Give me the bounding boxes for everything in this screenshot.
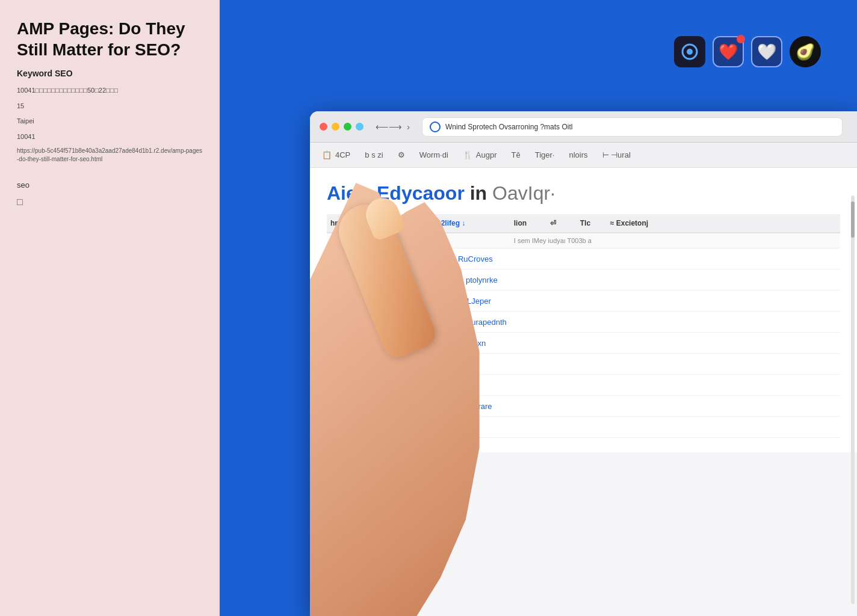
cell-num: 8F 00k· bbox=[327, 417, 393, 438]
cell-extra bbox=[546, 291, 577, 312]
heart2-app-icon[interactable]: 🤍 bbox=[751, 36, 782, 67]
cell-extra bbox=[546, 312, 577, 333]
nav-tab-bszi[interactable]: b s zi bbox=[365, 150, 383, 159]
cell-action bbox=[510, 417, 546, 438]
table-row[interactable]: 82 00k·BuryEhalfowigrosxn bbox=[327, 333, 840, 354]
avocado-app-icon[interactable]: 🥑 bbox=[790, 36, 821, 67]
cell-num: 82 00k· bbox=[327, 333, 393, 354]
back-forward-icon[interactable]: ⟵⟶ bbox=[376, 122, 402, 132]
cell-name: Dalywo bbox=[429, 354, 510, 375]
cell-name: ΔvkeD RuCroves bbox=[429, 248, 510, 270]
tab-icon: 📋 bbox=[322, 150, 332, 159]
cell-name: Eowerave bbox=[429, 375, 510, 396]
data-table: hnvalih ls|lb ~12lifeg ↓ lion ⏎ Tlc ≈ Ex… bbox=[327, 214, 840, 438]
cell-extra bbox=[546, 417, 577, 438]
page-title-area: Aiev. Edycaoor in OavIqr· bbox=[327, 182, 840, 205]
browser-app-icon[interactable] bbox=[674, 36, 705, 67]
cell-name: Clgnei-lo ptolynrke bbox=[429, 270, 510, 291]
cell-name bbox=[429, 417, 510, 438]
table-row[interactable]: 13 00k→ByrgClgnei-lo ptolynrke bbox=[327, 270, 840, 291]
table-row[interactable]: 8F 00k· bbox=[327, 417, 840, 438]
cell-action bbox=[510, 396, 546, 417]
cell-name: Cllarsinal LJeper bbox=[429, 291, 510, 312]
meta-line2: 15 bbox=[17, 101, 203, 112]
cell-action bbox=[510, 354, 546, 375]
cell-action bbox=[510, 312, 546, 333]
table-row[interactable]: S0 00k·NillyOhrepemsTurare bbox=[327, 396, 840, 417]
address-bar[interactable]: Wnind Sprotech Ovsarroning ?mats Oitl bbox=[422, 117, 843, 137]
cell-flag: Bury bbox=[393, 333, 429, 354]
cell-flag bbox=[393, 417, 429, 438]
cell-num: 17 00k· bbox=[327, 354, 393, 375]
close-button[interactable] bbox=[320, 123, 327, 131]
scrollbar[interactable] bbox=[851, 196, 855, 604]
cell-extra bbox=[546, 354, 577, 375]
address-text: Wnind Sprotech Ovsarroning ?mats Oitl bbox=[445, 123, 572, 131]
cell-flag: Egry bbox=[393, 291, 429, 312]
maximize-button[interactable] bbox=[344, 123, 351, 131]
fork-icon: 🍴 bbox=[463, 150, 472, 159]
table-row[interactable]: 17 00k·RylgDalywo bbox=[327, 354, 840, 375]
cell-name: OhrepemsTurare bbox=[429, 396, 510, 417]
right-panel: ❤️ 🤍 🥑 ⟵⟶ › Wnind Sprotech Ov bbox=[220, 0, 857, 616]
gear-icon: ⚙ bbox=[398, 150, 405, 159]
seo-label: seo bbox=[17, 180, 203, 189]
cell-num: 68 00k· bbox=[327, 248, 393, 270]
cell-extra bbox=[546, 396, 577, 417]
cell-num: 13 00k→ bbox=[327, 270, 393, 291]
cell-action bbox=[510, 270, 546, 291]
sub-roro: Roro bbox=[429, 233, 510, 248]
browser-nav-tabs: 📋 4CP b s zi ⚙ Worm·di 🍴 Augpr Tē Tiger· bbox=[310, 143, 857, 168]
extra-button[interactable] bbox=[356, 123, 364, 131]
nav-tab-ural[interactable]: ⊢ ⊣ural bbox=[602, 150, 631, 159]
th-excietoni: ≈ Excietonj bbox=[607, 214, 840, 233]
cell-flag: Bory bbox=[393, 375, 429, 396]
cell-extra bbox=[546, 333, 577, 354]
nav-tab-te[interactable]: Tē bbox=[512, 150, 521, 159]
nav-tab-gear[interactable]: ⚙ bbox=[398, 150, 405, 159]
cell-extra bbox=[546, 270, 577, 291]
scrollbar-thumb[interactable] bbox=[851, 202, 855, 238]
table-row[interactable]: 68 00k·EoryΔvkeD RuCroves bbox=[327, 248, 840, 270]
table-body: 68 00k·EoryΔvkeD RuCroves13 00k→ByrgClgn… bbox=[327, 248, 840, 438]
cell-extra bbox=[546, 248, 577, 270]
cell-name: Ponw□_Caurapednth bbox=[429, 312, 510, 333]
sub-hryoun: Hry ounI bbox=[393, 233, 429, 248]
th-hnvalih: hnvalih bbox=[327, 214, 393, 233]
cell-flag: Bylg bbox=[393, 312, 429, 333]
meta-line3: Taipei bbox=[17, 116, 203, 127]
table-row[interactable]: 32 00k·BoryEowerave bbox=[327, 375, 840, 396]
notification-dot bbox=[737, 35, 745, 43]
th-lion: lion bbox=[510, 214, 546, 233]
forward-icon[interactable]: › bbox=[407, 122, 410, 132]
table-header-row: hnvalih ls|lb ~12lifeg ↓ lion ⏎ Tlc ≈ Ex… bbox=[327, 214, 840, 233]
article-url: https://pub-5c454f571b8e40a3a2aad27ade84… bbox=[17, 147, 203, 164]
seo-icon: □ bbox=[17, 197, 203, 208]
table-row[interactable]: 80 00k·BylgPonw□_Caurapednth bbox=[327, 312, 840, 333]
meta-line4: 10041 bbox=[17, 132, 203, 143]
nav-tab-4cp[interactable]: 📋 4CP bbox=[322, 150, 350, 159]
heart-app-icon[interactable]: ❤️ bbox=[713, 36, 744, 67]
cell-action bbox=[510, 291, 546, 312]
page-title-blue: Aiev. Edycaoor bbox=[327, 182, 465, 204]
cell-action bbox=[510, 375, 546, 396]
cell-flag: Nilly bbox=[393, 396, 429, 417]
cell-num: 32 00k· bbox=[327, 375, 393, 396]
left-panel: AMP Pages: Do They Still Matter for SEO?… bbox=[0, 0, 220, 616]
nav-tab-wormdi[interactable]: Worm·di bbox=[419, 150, 448, 159]
traffic-lights bbox=[320, 123, 364, 131]
th-lslb: ls|lb bbox=[393, 214, 429, 233]
nav-tab-nloirs[interactable]: nloirs bbox=[569, 150, 587, 159]
cell-name: Ehalfowigrosxn bbox=[429, 333, 510, 354]
th-12lifeg: ~12lifeg ↓ bbox=[429, 214, 510, 233]
cell-flag: Byrg bbox=[393, 270, 429, 291]
keyword-seo-label: Keyword SEO bbox=[17, 69, 203, 78]
th-tlc: Tlc bbox=[577, 214, 607, 233]
th-return: ⏎ bbox=[546, 214, 577, 233]
meta-line1: 10041□□□□□□□□□□□□□50□22□□□ bbox=[17, 85, 203, 96]
nav-tab-tiger[interactable]: Tiger· bbox=[535, 150, 555, 159]
cell-num: 81 00k· bbox=[327, 291, 393, 312]
minimize-button[interactable] bbox=[332, 123, 339, 131]
nav-tab-augpr[interactable]: 🍴 Augpr bbox=[463, 150, 497, 159]
table-row[interactable]: 81 00k·EgryCllarsinal LJeper bbox=[327, 291, 840, 312]
